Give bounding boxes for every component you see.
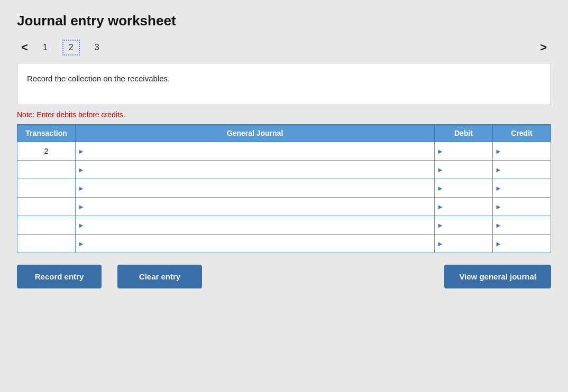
nav-steps: 1 2 3 <box>38 40 105 55</box>
cell-arrow-icon: ► <box>76 166 85 174</box>
nav-step-2[interactable]: 2 <box>62 40 80 55</box>
cell-arrow-icon: ► <box>435 221 444 229</box>
cell-arrow-icon: ► <box>493 221 502 229</box>
cell-arrow-icon: ► <box>76 147 85 155</box>
transaction-cell-4 <box>17 198 76 216</box>
general-journal-input-4[interactable] <box>85 198 434 216</box>
clear-entry-button[interactable]: Clear entry <box>117 265 202 288</box>
note-text: Note: Enter debits before credits. <box>17 110 551 119</box>
general-journal-cell-6[interactable]: ► <box>76 235 435 253</box>
cell-arrow-icon: ► <box>435 240 444 248</box>
debit-input-2[interactable] <box>444 161 492 179</box>
debit-cell-1[interactable]: ► <box>435 142 493 161</box>
cell-arrow-icon: ► <box>435 184 444 192</box>
col-header-transaction: Transaction <box>17 125 76 142</box>
cell-arrow-icon: ► <box>435 166 444 174</box>
transaction-cell-1: 2 <box>17 142 76 161</box>
debit-cell-6[interactable]: ► <box>435 235 493 253</box>
nav-row: < 1 2 3 > <box>17 39 551 57</box>
table-row: 2 ► ► ► <box>17 142 551 161</box>
general-journal-input-1[interactable] <box>85 142 434 160</box>
instruction-text: Record the collection on the receivables… <box>27 74 170 83</box>
debit-cell-4[interactable]: ► <box>435 198 493 216</box>
debit-input-1[interactable] <box>444 142 492 160</box>
instruction-box: Record the collection on the receivables… <box>17 63 551 105</box>
cell-arrow-icon: ► <box>435 147 444 155</box>
col-header-credit: Credit <box>493 125 551 142</box>
cell-arrow-icon: ► <box>76 221 85 229</box>
general-journal-input-2[interactable] <box>85 161 434 179</box>
table-row: ► ► ► <box>17 235 551 253</box>
credit-cell-2[interactable]: ► <box>493 161 551 179</box>
table-row: ► ► ► <box>17 216 551 235</box>
transaction-cell-6 <box>17 235 76 253</box>
general-journal-cell-1[interactable]: ► <box>76 142 435 161</box>
credit-input-6[interactable] <box>502 235 551 253</box>
credit-input-3[interactable] <box>502 179 551 197</box>
credit-input-5[interactable] <box>502 216 551 234</box>
record-entry-button[interactable]: Record entry <box>17 265 102 288</box>
page-title: Journal entry worksheet <box>17 13 551 29</box>
table-row: ► ► ► <box>17 198 551 216</box>
transaction-cell-2 <box>17 161 76 179</box>
next-arrow[interactable]: > <box>536 39 551 57</box>
cell-arrow-icon: ► <box>493 166 502 174</box>
debit-input-3[interactable] <box>444 179 492 197</box>
buttons-row: Record entry Clear entry View general jo… <box>17 265 551 288</box>
credit-cell-5[interactable]: ► <box>493 216 551 235</box>
cell-arrow-icon: ► <box>493 203 502 211</box>
cell-arrow-icon: ► <box>493 240 502 248</box>
credit-input-1[interactable] <box>502 142 551 160</box>
debit-cell-2[interactable]: ► <box>435 161 493 179</box>
debit-cell-5[interactable]: ► <box>435 216 493 235</box>
credit-cell-4[interactable]: ► <box>493 198 551 216</box>
col-header-general: General Journal <box>76 125 435 142</box>
credit-cell-1[interactable]: ► <box>493 142 551 161</box>
general-journal-input-3[interactable] <box>85 179 434 197</box>
general-journal-cell-5[interactable]: ► <box>76 216 435 235</box>
credit-input-4[interactable] <box>502 198 551 216</box>
table-row: ► ► ► <box>17 161 551 179</box>
credit-input-2[interactable] <box>502 161 551 179</box>
general-journal-cell-2[interactable]: ► <box>76 161 435 179</box>
general-journal-cell-3[interactable]: ► <box>76 179 435 198</box>
cell-arrow-icon: ► <box>76 240 85 248</box>
page-container: Journal entry worksheet < 1 2 3 > Record… <box>0 0 568 392</box>
journal-table: Transaction General Journal Debit Credit… <box>17 124 551 253</box>
nav-step-3[interactable]: 3 <box>89 41 105 54</box>
nav-step-1[interactable]: 1 <box>38 41 53 54</box>
transaction-cell-3 <box>17 179 76 198</box>
cell-arrow-icon: ► <box>435 203 444 211</box>
debit-input-4[interactable] <box>444 198 492 216</box>
col-header-debit: Debit <box>435 125 493 142</box>
general-journal-cell-4[interactable]: ► <box>76 198 435 216</box>
credit-cell-3[interactable]: ► <box>493 179 551 198</box>
cell-arrow-icon: ► <box>493 184 502 192</box>
cell-arrow-icon: ► <box>493 147 502 155</box>
transaction-cell-5 <box>17 216 76 235</box>
view-general-journal-button[interactable]: View general journal <box>444 265 551 288</box>
debit-cell-3[interactable]: ► <box>435 179 493 198</box>
debit-input-5[interactable] <box>444 216 492 234</box>
table-row: ► ► ► <box>17 179 551 198</box>
credit-cell-6[interactable]: ► <box>493 235 551 253</box>
debit-input-6[interactable] <box>444 235 492 253</box>
prev-arrow[interactable]: < <box>17 39 32 57</box>
general-journal-input-6[interactable] <box>85 235 434 253</box>
cell-arrow-icon: ► <box>76 203 85 211</box>
cell-arrow-icon: ► <box>76 184 85 192</box>
general-journal-input-5[interactable] <box>85 216 434 234</box>
